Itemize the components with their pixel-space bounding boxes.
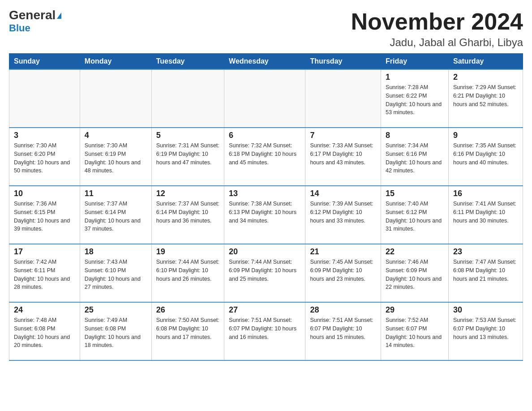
day-number: 24 xyxy=(14,305,75,315)
day-number: 6 xyxy=(229,131,300,140)
calendar-week-row: 1Sunrise: 7:28 AM Sunset: 6:22 PM Daylig… xyxy=(9,69,523,128)
day-number: 30 xyxy=(453,305,518,315)
day-number: 26 xyxy=(156,305,219,315)
day-info: Sunrise: 7:37 AM Sunset: 6:14 PM Dayligh… xyxy=(85,200,147,233)
calendar-day-cell xyxy=(305,69,381,128)
calendar-day-cell: 2Sunrise: 7:29 AM Sunset: 6:21 PM Daylig… xyxy=(448,69,523,128)
calendar-day-cell: 9Sunrise: 7:35 AM Sunset: 6:16 PM Daylig… xyxy=(448,128,523,186)
days-of-week-row: SundayMondayTuesdayWednesdayThursdayFrid… xyxy=(9,54,523,70)
day-info: Sunrise: 7:44 AM Sunset: 6:09 PM Dayligh… xyxy=(229,258,300,283)
day-info: Sunrise: 7:46 AM Sunset: 6:09 PM Dayligh… xyxy=(386,258,444,291)
day-info: Sunrise: 7:51 AM Sunset: 6:07 PM Dayligh… xyxy=(229,316,300,341)
calendar-day-cell: 18Sunrise: 7:43 AM Sunset: 6:10 PM Dayli… xyxy=(80,244,151,302)
title-block: November 2024 Jadu, Jabal al Gharbi, Lib… xyxy=(351,9,523,49)
calendar-day-cell: 27Sunrise: 7:51 AM Sunset: 6:07 PM Dayli… xyxy=(224,302,305,360)
day-number: 28 xyxy=(310,305,376,315)
calendar-day-cell xyxy=(224,69,305,128)
day-of-week-header: Sunday xyxy=(9,54,80,70)
day-info: Sunrise: 7:33 AM Sunset: 6:17 PM Dayligh… xyxy=(310,141,376,167)
day-number: 29 xyxy=(386,305,444,315)
day-info: Sunrise: 7:34 AM Sunset: 6:16 PM Dayligh… xyxy=(386,141,444,175)
day-of-week-header: Saturday xyxy=(448,54,523,70)
day-number: 27 xyxy=(229,305,300,315)
calendar-day-cell: 28Sunrise: 7:51 AM Sunset: 6:07 PM Dayli… xyxy=(305,302,381,360)
calendar-day-cell: 23Sunrise: 7:47 AM Sunset: 6:08 PM Dayli… xyxy=(448,244,523,302)
day-info: Sunrise: 7:37 AM Sunset: 6:14 PM Dayligh… xyxy=(156,200,219,225)
day-number: 22 xyxy=(386,247,444,257)
day-info: Sunrise: 7:36 AM Sunset: 6:15 PM Dayligh… xyxy=(14,200,75,233)
day-number: 1 xyxy=(386,73,444,82)
calendar-day-cell: 16Sunrise: 7:41 AM Sunset: 6:11 PM Dayli… xyxy=(448,186,523,244)
calendar-day-cell: 26Sunrise: 7:50 AM Sunset: 6:08 PM Dayli… xyxy=(151,302,224,360)
day-info: Sunrise: 7:40 AM Sunset: 6:12 PM Dayligh… xyxy=(386,200,444,233)
calendar-day-cell: 12Sunrise: 7:37 AM Sunset: 6:14 PM Dayli… xyxy=(151,186,224,244)
day-number: 4 xyxy=(85,131,147,140)
day-info: Sunrise: 7:48 AM Sunset: 6:08 PM Dayligh… xyxy=(14,316,75,350)
day-of-week-header: Tuesday xyxy=(151,54,224,70)
day-number: 5 xyxy=(156,131,219,140)
day-info: Sunrise: 7:38 AM Sunset: 6:13 PM Dayligh… xyxy=(229,200,300,225)
day-number: 14 xyxy=(310,189,376,198)
calendar-day-cell: 11Sunrise: 7:37 AM Sunset: 6:14 PM Dayli… xyxy=(80,186,151,244)
day-number: 17 xyxy=(14,247,75,257)
calendar-day-cell: 14Sunrise: 7:39 AM Sunset: 6:12 PM Dayli… xyxy=(305,186,381,244)
day-of-week-header: Thursday xyxy=(305,54,381,70)
day-number: 15 xyxy=(386,189,444,198)
calendar-week-row: 17Sunrise: 7:42 AM Sunset: 6:11 PM Dayli… xyxy=(9,244,523,302)
day-number: 18 xyxy=(85,247,147,257)
day-number: 9 xyxy=(453,131,518,140)
calendar-title: November 2024 xyxy=(351,9,523,34)
day-number: 13 xyxy=(229,189,300,198)
day-number: 11 xyxy=(85,189,147,198)
calendar-table: SundayMondayTuesdayWednesdayThursdayFrid… xyxy=(9,53,523,361)
day-number: 21 xyxy=(310,247,376,257)
calendar-day-cell: 17Sunrise: 7:42 AM Sunset: 6:11 PM Dayli… xyxy=(9,244,80,302)
calendar-day-cell: 15Sunrise: 7:40 AM Sunset: 6:12 PM Dayli… xyxy=(381,186,449,244)
day-info: Sunrise: 7:29 AM Sunset: 6:21 PM Dayligh… xyxy=(453,83,518,108)
calendar-day-cell: 30Sunrise: 7:53 AM Sunset: 6:07 PM Dayli… xyxy=(448,302,523,360)
day-info: Sunrise: 7:35 AM Sunset: 6:16 PM Dayligh… xyxy=(453,141,518,167)
calendar-day-cell: 5Sunrise: 7:31 AM Sunset: 6:19 PM Daylig… xyxy=(151,128,224,186)
day-of-week-header: Friday xyxy=(381,54,449,70)
day-info: Sunrise: 7:51 AM Sunset: 6:07 PM Dayligh… xyxy=(310,316,376,341)
day-of-week-header: Monday xyxy=(80,54,151,70)
day-info: Sunrise: 7:42 AM Sunset: 6:11 PM Dayligh… xyxy=(14,258,75,291)
day-info: Sunrise: 7:30 AM Sunset: 6:20 PM Dayligh… xyxy=(14,141,75,175)
calendar-day-cell: 6Sunrise: 7:32 AM Sunset: 6:18 PM Daylig… xyxy=(224,128,305,186)
calendar-day-cell: 1Sunrise: 7:28 AM Sunset: 6:22 PM Daylig… xyxy=(381,69,449,128)
day-number: 12 xyxy=(156,189,219,198)
day-info: Sunrise: 7:41 AM Sunset: 6:11 PM Dayligh… xyxy=(453,200,518,225)
day-number: 23 xyxy=(453,247,518,257)
day-number: 3 xyxy=(14,131,75,140)
calendar-day-cell: 10Sunrise: 7:36 AM Sunset: 6:15 PM Dayli… xyxy=(9,186,80,244)
day-number: 7 xyxy=(310,131,376,140)
calendar-day-cell: 24Sunrise: 7:48 AM Sunset: 6:08 PM Dayli… xyxy=(9,302,80,360)
day-number: 10 xyxy=(14,189,75,198)
calendar-day-cell xyxy=(151,69,224,128)
day-number: 19 xyxy=(156,247,219,257)
day-info: Sunrise: 7:47 AM Sunset: 6:08 PM Dayligh… xyxy=(453,258,518,283)
day-info: Sunrise: 7:28 AM Sunset: 6:22 PM Dayligh… xyxy=(386,83,444,117)
calendar-body: 1Sunrise: 7:28 AM Sunset: 6:22 PM Daylig… xyxy=(9,69,523,360)
day-number: 2 xyxy=(453,73,518,82)
day-number: 20 xyxy=(229,247,300,257)
calendar-day-cell: 7Sunrise: 7:33 AM Sunset: 6:17 PM Daylig… xyxy=(305,128,381,186)
day-info: Sunrise: 7:50 AM Sunset: 6:08 PM Dayligh… xyxy=(156,316,219,341)
calendar-day-cell xyxy=(9,69,80,128)
calendar-day-cell: 4Sunrise: 7:30 AM Sunset: 6:19 PM Daylig… xyxy=(80,128,151,186)
logo: General Blue xyxy=(9,9,61,34)
calendar-day-cell xyxy=(80,69,151,128)
page-header: General Blue November 2024 Jadu, Jabal a… xyxy=(9,9,523,49)
day-info: Sunrise: 7:39 AM Sunset: 6:12 PM Dayligh… xyxy=(310,200,376,225)
calendar-day-cell: 22Sunrise: 7:46 AM Sunset: 6:09 PM Dayli… xyxy=(381,244,449,302)
calendar-header: SundayMondayTuesdayWednesdayThursdayFrid… xyxy=(9,54,523,70)
day-number: 25 xyxy=(85,305,147,315)
calendar-day-cell: 21Sunrise: 7:45 AM Sunset: 6:09 PM Dayli… xyxy=(305,244,381,302)
calendar-day-cell: 13Sunrise: 7:38 AM Sunset: 6:13 PM Dayli… xyxy=(224,186,305,244)
day-of-week-header: Wednesday xyxy=(224,54,305,70)
day-info: Sunrise: 7:30 AM Sunset: 6:19 PM Dayligh… xyxy=(85,141,147,175)
day-info: Sunrise: 7:43 AM Sunset: 6:10 PM Dayligh… xyxy=(85,258,147,291)
day-info: Sunrise: 7:32 AM Sunset: 6:18 PM Dayligh… xyxy=(229,141,300,167)
calendar-day-cell: 19Sunrise: 7:44 AM Sunset: 6:10 PM Dayli… xyxy=(151,244,224,302)
day-number: 16 xyxy=(453,189,518,198)
